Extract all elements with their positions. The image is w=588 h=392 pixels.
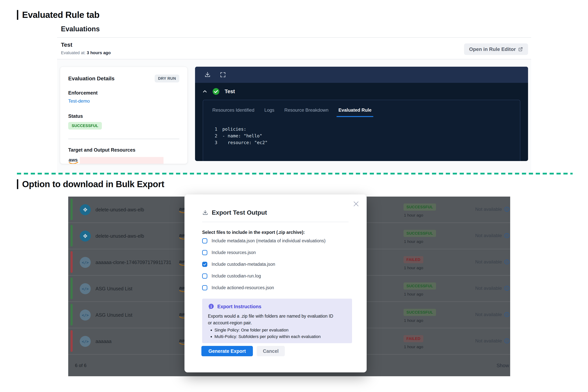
modal-title: Export Test Output: [212, 209, 267, 216]
tab-resources-identified[interactable]: Resources Identified: [212, 108, 254, 117]
evaluations-title: Evaluations: [61, 25, 531, 33]
checkbox[interactable]: [202, 274, 207, 279]
info-icon[interactable]: [504, 206, 510, 212]
divider: [202, 222, 348, 222]
instruction-bullet: Single Policy: One folder per evaluation: [214, 327, 346, 334]
checkbox-include-custodian-run-log[interactable]: Include custodian-run.log: [202, 274, 261, 279]
code-text: - name: "hello": [222, 132, 262, 139]
status-bar: [70, 278, 73, 299]
select-files-label: Select files to include in the export (.…: [202, 230, 305, 235]
success-check-icon: [212, 88, 220, 95]
line-number: 2: [213, 132, 217, 139]
test-output-viewer: Test Resources Identified Logs Resource …: [195, 67, 528, 161]
viewer-toolbar: [195, 67, 528, 83]
policy-code-icon: </>: [80, 283, 91, 294]
checkbox-include-metadata-json[interactable]: Include metadata.json (metadata of indiv…: [202, 238, 326, 244]
viewer-tab-panel: Resources Identified Logs Resource Break…: [203, 100, 520, 161]
status-badge: FAILED: [404, 335, 423, 342]
instruction-bullet: Multi-Policy: Subfolders per policy with…: [214, 334, 346, 340]
timestamp: 1 hour ago: [404, 318, 423, 323]
info-icon[interactable]: [504, 312, 510, 317]
evaluated-at-label: Evaluated at:: [61, 50, 86, 55]
export-instructions-body: Exports would a .zip file with folders a…: [208, 313, 335, 326]
yaml-code-block: 1policies: 2- name: "hello" 3 resource: …: [213, 126, 520, 146]
external-link-icon: [518, 47, 523, 52]
policy-code-icon: </>: [80, 257, 91, 268]
tab-resource-breakdown[interactable]: Resource Breakdown: [284, 108, 328, 117]
checkbox-include-resources-json[interactable]: Include resources.json: [202, 250, 256, 255]
checkbox-include-custodian-metadata-json[interactable]: Include custodian-metadata.json: [202, 262, 275, 267]
tab-logs[interactable]: Logs: [264, 108, 274, 117]
timestamp: 1 hour ago: [404, 344, 423, 349]
rule-name: aaaaaa: [96, 338, 112, 344]
checkbox-label: Include custodian-run.log: [212, 274, 261, 279]
output-availability: Not available: [475, 233, 502, 238]
output-availability: Not available: [475, 259, 502, 264]
timestamp: 1 hour ago: [404, 266, 423, 270]
info-bubble-icon: [208, 303, 214, 310]
checkbox[interactable]: [202, 250, 207, 255]
status-badge: SUCCESSFUL: [404, 309, 436, 316]
policy-code-icon: </>: [80, 310, 91, 320]
checkbox[interactable]: [202, 285, 207, 290]
code-text: resource: "ec2": [222, 139, 268, 146]
custodian-icon: ❖: [80, 204, 91, 215]
target-resources-label: Target and Output Resources: [68, 147, 179, 153]
rule-name: delete-unused-aws-elb: [96, 207, 144, 212]
status-badge: SUCCESSFUL: [404, 282, 436, 290]
checkbox-include-actioned-resources-json[interactable]: Include actioned-resources.json: [202, 285, 274, 290]
status-bar: [70, 304, 73, 326]
open-in-rule-editor-button[interactable]: Open in Rule Editor: [464, 44, 528, 55]
status-badge: SUCCESSFUL: [404, 230, 436, 237]
show-per-page[interactable]: Show: [496, 362, 509, 368]
checkbox-label: Include actioned-resources.json: [212, 285, 274, 290]
status-bar: [70, 330, 73, 352]
output-availability: Not available: [475, 206, 502, 212]
timestamp: 1 hour ago: [404, 239, 423, 244]
download-icon: [202, 210, 208, 216]
evaluations-panel: Evaluations Test Evaluated at: 3 hours a…: [61, 25, 531, 33]
rule-name: ASG Unused List: [96, 312, 132, 318]
close-icon[interactable]: [352, 200, 360, 208]
export-instructions-title: Export Instructions: [217, 304, 261, 309]
download-icon[interactable]: [204, 72, 211, 78]
rule-name: delete-unused-aws-elb: [96, 233, 144, 239]
divider: [57, 37, 531, 38]
export-instructions-list: Single Policy: One folder per evaluation…: [208, 327, 346, 340]
section-heading-evaluated-rule-tab: Evaluated Rule tab: [17, 10, 100, 20]
svg-text:aws: aws: [68, 157, 78, 162]
info-icon[interactable]: [504, 233, 510, 238]
timestamp: 1 hour ago: [404, 213, 423, 218]
open-in-rule-editor-label: Open in Rule Editor: [469, 46, 516, 52]
generate-export-button[interactable]: Generate Export: [202, 346, 253, 356]
info-icon[interactable]: [504, 259, 510, 264]
redacted-resource-value: [80, 157, 164, 164]
dry-run-badge: DRY RUN: [155, 74, 179, 82]
status-bar: [70, 225, 73, 246]
aws-logo: aws: [68, 156, 79, 164]
evaluation-name: Test: [61, 42, 72, 48]
screen: Evaluated Rule tab Evaluations Test Eval…: [0, 0, 588, 392]
enforcement-label: Enforcement: [68, 90, 179, 96]
export-instructions-callout: Export Instructions Exports would a .zip…: [202, 298, 352, 343]
section-heading-bulk-export: Option to download in Bulk Export: [17, 179, 164, 189]
cancel-button[interactable]: Cancel: [257, 346, 285, 356]
checkbox-label: Include metadata.json (metadata of indiv…: [212, 238, 326, 244]
evaluated-at-value: 3 hours ago: [87, 50, 111, 55]
dashed-section-divider: [17, 173, 573, 174]
status-badge: FAILED: [404, 256, 423, 263]
code-text: policies:: [222, 126, 246, 132]
status-bar: [70, 198, 73, 220]
checkbox-checked[interactable]: [202, 262, 207, 267]
checkbox-label: Include custodian-metadata.json: [212, 262, 275, 267]
viewer-evaluation-name: Test: [225, 88, 235, 94]
tab-evaluated-rule[interactable]: Evaluated Rule: [338, 108, 372, 117]
viewer-tabs: Resources Identified Logs Resource Break…: [203, 100, 520, 117]
info-icon[interactable]: [504, 338, 510, 344]
enforcement-link[interactable]: Test-demo: [68, 98, 179, 104]
info-icon[interactable]: [504, 286, 510, 291]
collapse-chevron-icon[interactable]: [202, 89, 207, 94]
row-count: 6 of 6: [75, 363, 86, 368]
checkbox[interactable]: [202, 238, 207, 244]
fullscreen-icon[interactable]: [220, 72, 226, 78]
